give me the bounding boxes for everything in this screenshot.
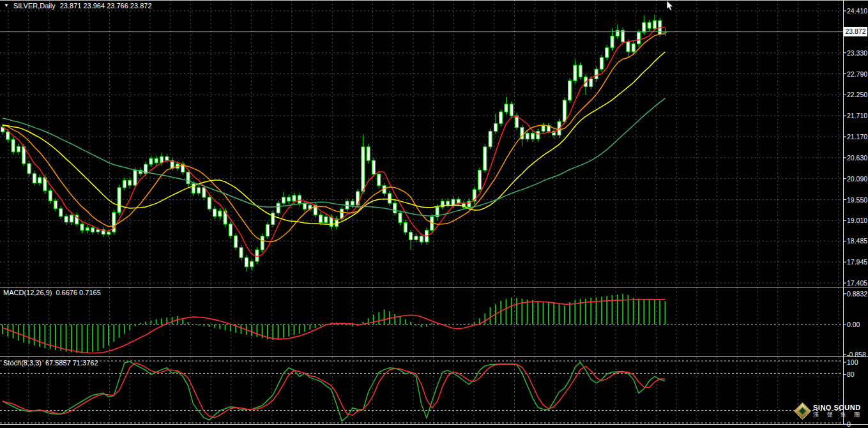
- price-axis-label: 17.405: [847, 279, 867, 287]
- grid-layer: [0, 0, 843, 424]
- stoch-indicator-values: 67.5857 71.3762: [45, 359, 98, 367]
- stoch-axis-label: 100: [847, 358, 858, 367]
- stoch-pane-label: Stoch(8,3,3) 67.5857 71.3762: [3, 359, 98, 367]
- price-axis-label: 20.090: [847, 174, 867, 183]
- price-axis-label: 19.550: [847, 195, 867, 204]
- ohlc-values: 23.871 23.964 23.766 23.872: [60, 2, 152, 10]
- macd-axis-label: 0.8832: [847, 289, 867, 298]
- stoch-axis-label: 0: [847, 420, 851, 428]
- logo-text-en: SiNO SOUND: [813, 404, 864, 411]
- symbol-dropdown-icon[interactable]: ▼: [4, 3, 9, 9]
- stoch-axis-label: 80: [847, 370, 855, 379]
- price-axis-label: 22.790: [847, 70, 867, 79]
- moving-averages-layer: [3, 27, 666, 257]
- current-price-tag: 23.872: [844, 27, 867, 36]
- mouse-cursor: [666, 1, 675, 12]
- price-axis-label: 18.485: [847, 236, 867, 245]
- price-axis-label: 21.170: [847, 132, 867, 141]
- pane-bottom-border: [0, 424, 868, 425]
- price-axis-label: 17.945: [847, 257, 867, 266]
- stochastic-layer: [3, 362, 666, 421]
- price-axis-label: 19.010: [847, 216, 867, 225]
- pane-separator-main-macd[interactable]: [0, 287, 868, 287]
- price-axis-label: 21.710: [847, 111, 867, 120]
- macd-indicator-name: MACD(12,26,9): [3, 289, 52, 296]
- macd-axis-label: 0.00: [847, 320, 860, 329]
- logo-text-cn: 漢 聲 集 團: [813, 411, 864, 418]
- price-axis-label: 20.630: [847, 153, 867, 162]
- symbol-period-label: SILVER,Daily: [13, 2, 56, 10]
- price-axis-label: 22.250: [847, 90, 867, 99]
- diamond-logo-icon: [794, 402, 811, 420]
- mt4-chart-window: { "window": { "title_symbol": "SILVER,Da…: [0, 0, 868, 428]
- window-top-border: [0, 0, 868, 1]
- pane-separator-macd-stoch[interactable]: [0, 356, 868, 357]
- candles-layer: [1, 15, 667, 271]
- macd-layer: [3, 294, 666, 353]
- price-axis-border: [843, 0, 844, 424]
- price-axis-label: 23.330: [847, 49, 867, 57]
- macd-pane-label: MACD(12,26,9) 0.6676 0.7165: [3, 289, 101, 296]
- price-axis-label: 24.410: [847, 6, 867, 15]
- stoch-indicator-name: Stoch(8,3,3): [3, 359, 42, 367]
- sino-sound-logo: SiNO SOUND 漢 聲 集 團: [796, 404, 864, 418]
- price-chart-canvas[interactable]: [0, 0, 868, 428]
- chart-title: ▼ SILVER,Daily 23.871 23.964 23.766 23.8…: [4, 2, 152, 10]
- macd-indicator-values: 0.6676 0.7165: [56, 289, 100, 296]
